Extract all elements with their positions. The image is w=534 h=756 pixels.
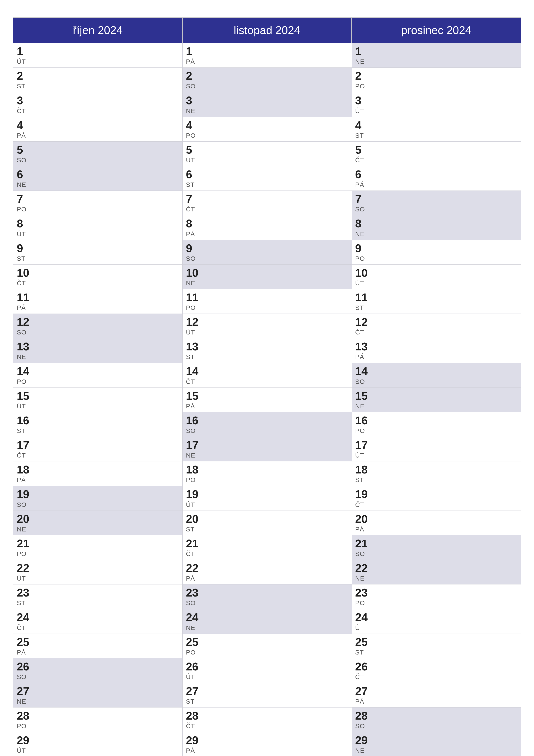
day-cell-3-12: 12 ČT	[352, 314, 521, 338]
day-name: ČT	[355, 673, 518, 681]
day-name: ČT	[186, 550, 348, 557]
day-name: NE	[17, 526, 179, 533]
day-cell-2-3: 3 NE	[182, 92, 352, 117]
day-name: PO	[355, 427, 518, 434]
day-name: ÚT	[355, 452, 518, 459]
calendar-row: 9 ST 9 SO 9 PO	[13, 240, 521, 264]
day-cell-2-11: 11 PO	[182, 289, 352, 313]
calendar-row: 5 SO 5 ÚT 5 ČT	[13, 141, 521, 166]
day-number: 23	[355, 587, 518, 599]
day-cell-2-9: 9 SO	[182, 240, 352, 264]
calendar-row: 1 ÚT 1 PÁ 1 NE	[13, 43, 521, 68]
day-cell-3-28: 28 SO	[352, 708, 521, 732]
day-cell-2-19: 19 ÚT	[182, 486, 352, 511]
day-name: PÁ	[355, 526, 518, 533]
day-number: 8	[17, 217, 179, 230]
day-name: ČT	[17, 107, 179, 115]
day-number: 16	[355, 415, 518, 427]
day-cell-3-4: 4 ST	[352, 117, 521, 141]
day-name: ÚT	[17, 747, 179, 754]
day-cell-3-3: 3 ÚT	[352, 92, 521, 117]
day-cell-3-17: 17 ÚT	[352, 437, 521, 461]
day-name: PÁ	[355, 353, 518, 361]
day-number: 13	[186, 340, 348, 353]
day-name: NE	[186, 107, 348, 115]
day-name: ČT	[186, 722, 348, 730]
day-number: 20	[186, 513, 348, 525]
day-number: 24	[186, 611, 348, 623]
day-name: NE	[186, 452, 348, 459]
day-number: 4	[355, 119, 518, 131]
day-cell-2-4: 4 PO	[182, 117, 352, 141]
day-name: ST	[186, 698, 348, 705]
day-number: 15	[17, 390, 179, 402]
calendar-row: 25 PÁ 25 PO 25 ST	[13, 634, 521, 658]
day-number: 4	[17, 119, 179, 131]
day-number: 11	[355, 291, 518, 304]
day-cell-1-24: 24 ČT	[13, 609, 182, 634]
day-number: 7	[355, 193, 518, 205]
day-cell-2-8: 8 PÁ	[182, 215, 352, 240]
day-cell-3-29: 29 NE	[352, 732, 521, 756]
day-number: 17	[17, 439, 179, 451]
day-cell-2-24: 24 NE	[182, 609, 352, 634]
calendar-row: 29 ÚT 29 PÁ 29 NE	[13, 732, 521, 756]
day-number: 27	[355, 685, 518, 697]
day-number: 11	[17, 291, 179, 304]
day-number: 19	[186, 488, 348, 500]
day-cell-3-5: 5 ČT	[352, 141, 521, 166]
day-number: 12	[355, 316, 518, 328]
day-number: 13	[355, 340, 518, 353]
day-cell-3-11: 11 ST	[352, 289, 521, 313]
day-name: NE	[355, 403, 518, 410]
day-number: 29	[17, 734, 179, 746]
day-name: PO	[17, 722, 179, 730]
day-number: 18	[186, 464, 348, 476]
day-name: SO	[186, 599, 348, 607]
day-cell-3-14: 14 SO	[352, 363, 521, 388]
day-cell-1-21: 21 PO	[13, 535, 182, 560]
day-cell-2-27: 27 ST	[182, 683, 352, 707]
day-number: 28	[17, 710, 179, 722]
day-name: SO	[17, 673, 179, 681]
day-number: 17	[355, 439, 518, 451]
day-cell-1-17: 17 ČT	[13, 437, 182, 461]
calendar-row: 19 SO 19 ÚT 19 ČT	[13, 486, 521, 511]
day-number: 20	[355, 513, 518, 525]
day-cell-1-27: 27 NE	[13, 683, 182, 707]
day-name: PÁ	[186, 747, 348, 754]
day-name: ČT	[186, 378, 348, 385]
day-name: SO	[355, 205, 518, 213]
day-cell-3-23: 23 PO	[352, 584, 521, 609]
calendar-row: 8 ÚT 8 PÁ 8 NE	[13, 215, 521, 240]
calendar-row: 22 ÚT 22 PÁ 22 NE	[13, 560, 521, 584]
day-cell-1-19: 19 SO	[13, 486, 182, 511]
day-name: NE	[17, 698, 179, 705]
day-name: ÚT	[17, 58, 179, 65]
day-cell-3-22: 22 NE	[352, 560, 521, 584]
day-number: 16	[186, 415, 348, 427]
day-name: ÚT	[186, 156, 348, 164]
calendar-row: 23 ST 23 SO 23 PO	[13, 584, 521, 609]
day-name: ST	[17, 599, 179, 607]
day-name: ÚT	[17, 575, 179, 582]
day-cell-2-1: 1 PÁ	[182, 43, 352, 68]
day-name: PO	[355, 599, 518, 607]
calendar-row: 20 NE 20 ST 20 PÁ	[13, 511, 521, 535]
day-name: ÚT	[186, 329, 348, 336]
day-cell-3-21: 21 SO	[352, 535, 521, 560]
day-number: 10	[186, 267, 348, 279]
day-name: ST	[355, 304, 518, 311]
calendar-row: 2 ST 2 SO 2 PO	[13, 68, 521, 92]
day-cell-2-17: 17 NE	[182, 437, 352, 461]
calendar-row: 11 PÁ 11 PO 11 ST	[13, 289, 521, 313]
day-name: ÚT	[186, 501, 348, 508]
day-cell-1-12: 12 SO	[13, 314, 182, 338]
day-number: 12	[17, 316, 179, 328]
day-name: SO	[17, 501, 179, 508]
day-name: PO	[17, 378, 179, 385]
day-cell-3-13: 13 PÁ	[352, 338, 521, 363]
day-name: ST	[355, 132, 518, 139]
day-number: 8	[186, 217, 348, 230]
day-cell-3-16: 16 PO	[352, 412, 521, 437]
